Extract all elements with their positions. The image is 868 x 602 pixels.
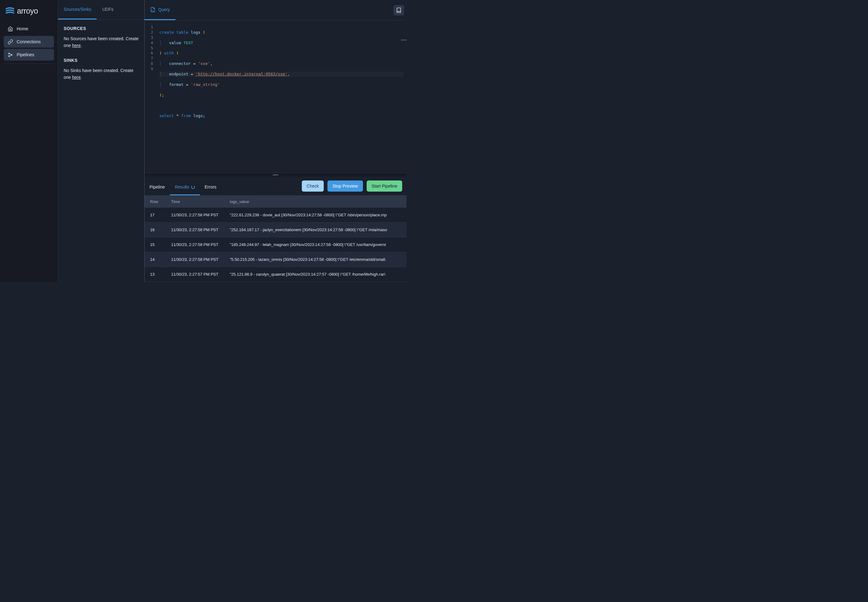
sources-empty-message: No Sources have been created. Create one… (64, 35, 139, 49)
nav-item-label: Pipelines (17, 52, 34, 57)
left-panel: Sources/Sinks UDFs SOURCES No Sources ha… (58, 0, 144, 282)
svg-point-1 (8, 55, 9, 57)
cell-logs-value: "25.121.86.9 - carolyn_quaerat [30/Nov/2… (224, 267, 406, 282)
start-pipeline-button[interactable]: Start Pipeline (367, 180, 402, 192)
cell-time: 11/30/23, 2:27:58 PM PST (166, 252, 224, 267)
tab-errors[interactable]: Errors (200, 180, 221, 195)
cell-row: 17 (144, 208, 166, 223)
main-tabs: SQL Query (144, 0, 175, 20)
book-icon (396, 8, 402, 13)
loading-spinner-icon (191, 185, 195, 189)
tab-results[interactable]: Results (170, 180, 200, 195)
brand-logo[interactable]: arroyo (4, 6, 54, 15)
svg-point-0 (8, 53, 9, 54)
table-row[interactable]: 1411/30/23, 2:27:58 PM PST"5.50.215.205 … (144, 252, 406, 267)
table-row[interactable]: 1311/30/23, 2:27:57 PM PST"25.121.86.9 -… (144, 267, 406, 282)
col-row: Row (144, 196, 166, 208)
cell-row: 13 (144, 267, 166, 282)
sql-file-icon: SQL (150, 7, 156, 12)
sidebar: arroyo Home Connections (0, 0, 58, 282)
results-table: Row Time logs_value 1711/30/23, 2:27:58 … (144, 196, 406, 282)
arroyo-logo-icon (5, 6, 15, 15)
nav-pipelines[interactable]: Pipelines (4, 49, 54, 61)
bottom-tabs: Pipeline Results Errors (144, 180, 221, 195)
tab-query[interactable]: SQL Query (144, 0, 175, 20)
create-source-link[interactable]: here (72, 43, 81, 48)
cell-row: 15 (144, 237, 166, 252)
cell-logs-value: "5.50.215.205 - lazaro_omnis [30/Nov/202… (224, 252, 406, 267)
cell-logs-value: "252.164.167.17 - jaclyn_exercitationem … (224, 223, 406, 237)
col-time: Time (166, 196, 224, 208)
bottom-panel: Pipeline Results Errors Check Stop Previ… (144, 177, 406, 282)
line-gutter: 1 2 3 4 5 6 7 8 9 (144, 20, 156, 173)
nav-item-label: Connections (17, 39, 41, 44)
col-logs-value: logs_value (224, 196, 406, 208)
sources-header: SOURCES (64, 26, 139, 31)
home-icon (8, 26, 13, 32)
tab-label: Query (158, 7, 170, 12)
main-panel: SQL Query 1 2 3 4 5 6 (144, 0, 406, 282)
svg-point-2 (11, 54, 12, 55)
left-tabs: Sources/Sinks UDFs (58, 0, 144, 20)
branch-icon (8, 52, 13, 57)
svg-text:SQL: SQL (151, 10, 155, 12)
code-content[interactable]: create table logs ( │ value TEXT ) with … (156, 20, 406, 173)
cell-time: 11/30/23, 2:27:58 PM PST (166, 237, 224, 252)
cell-time: 11/30/23, 2:27:58 PM PST (166, 208, 224, 223)
create-sink-link[interactable]: here (72, 75, 81, 80)
brand-name: arroyo (17, 6, 38, 15)
table-header-row: Row Time logs_value (144, 196, 406, 208)
sql-editor[interactable]: 1 2 3 4 5 6 7 8 9 create table logs ( │ … (144, 20, 406, 173)
cell-row: 14 (144, 252, 166, 267)
cell-time: 11/30/23, 2:27:58 PM PST (166, 223, 224, 237)
catalog-button[interactable] (394, 5, 404, 15)
stop-preview-button[interactable]: Stop Preview (327, 180, 363, 192)
nav-item-label: Home (17, 26, 28, 31)
table-row[interactable]: 1511/30/23, 2:27:58 PM PST"185.248.244.9… (144, 237, 406, 252)
tab-udfs[interactable]: UDFs (97, 0, 119, 20)
link-icon (8, 39, 13, 45)
cell-logs-value: "185.248.244.97 - lelah_magnam [30/Nov/2… (224, 237, 406, 252)
tab-pipeline[interactable]: Pipeline (144, 180, 170, 195)
cell-time: 11/30/23, 2:27:57 PM PST (166, 267, 224, 282)
check-button[interactable]: Check (302, 180, 324, 192)
nav-connections[interactable]: Connections (4, 36, 54, 48)
tab-sources-sinks[interactable]: Sources/Sinks (58, 0, 97, 20)
table-row[interactable]: 1611/30/23, 2:27:58 PM PST"252.164.167.1… (144, 223, 406, 237)
sinks-header: SINKS (64, 58, 139, 63)
resize-handle[interactable] (144, 173, 406, 177)
table-row[interactable]: 1711/30/23, 2:27:58 PM PST"222.61.228.23… (144, 208, 406, 223)
cell-logs-value: "222.61.228.238 - dovie_aut [30/Nov/2023… (224, 208, 406, 223)
sinks-empty-message: No Sinks have been created. Create one h… (64, 67, 139, 81)
minimap-marker (401, 40, 406, 40)
nav-home[interactable]: Home (4, 23, 54, 35)
cell-row: 16 (144, 223, 166, 237)
nav-divider (4, 64, 54, 64)
